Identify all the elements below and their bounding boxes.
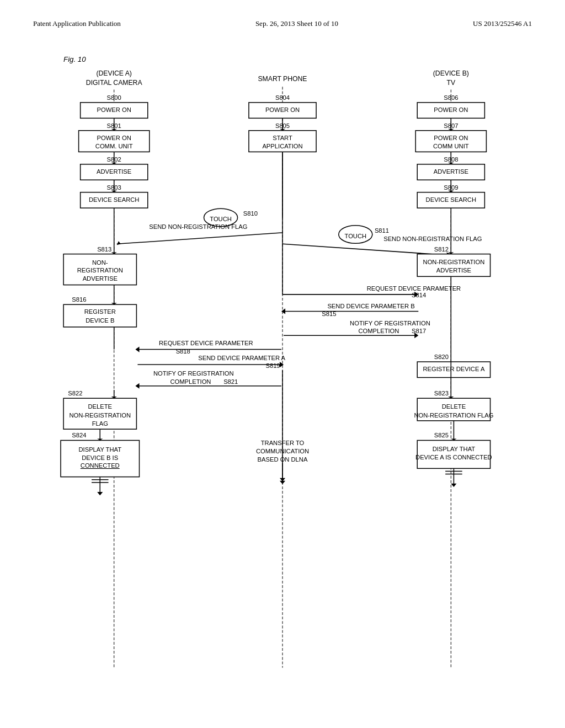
send-device-param-b-text: SEND DEVICE PARAMETER B — [327, 303, 414, 309]
header-left: Patent Application Publication — [33, 19, 121, 28]
s816-text2: DEVICE B — [86, 317, 114, 324]
device-a-name: DIGITAL CAMERA — [86, 79, 143, 87]
s813-text3: ADVERTISE — [83, 275, 118, 282]
notify-reg-s821-text1: NOTIFY OF REGISTRATION — [153, 370, 234, 377]
s818-label: S818 — [176, 348, 190, 355]
notify-reg-s821-text2: COMPLETION — [170, 378, 211, 385]
s817-label: S817 — [412, 328, 426, 334]
request-device-param-s814-text: REQUEST DEVICE PARAMETER — [367, 285, 461, 292]
device-a-label: (DEVICE A) — [96, 69, 131, 77]
s804-text: POWER ON — [265, 106, 300, 113]
s825-label: S825 — [434, 432, 449, 438]
s816-label: S816 — [72, 296, 86, 303]
s825-text2: DEVICE A IS CONNECTED — [415, 454, 492, 461]
arrowhead-smart-phone-end — [280, 481, 285, 484]
header-right: US 2013/252546 A1 — [473, 19, 532, 28]
s820-text: REGISTER DEVICE A — [423, 366, 484, 372]
s814-label: S814 — [412, 292, 426, 298]
figure-label: Fig. 10 — [63, 55, 86, 63]
s807-text2: COMM UNIT — [433, 143, 469, 149]
notify-reg-s817-text2: COMPLETION — [358, 328, 399, 334]
page-header: Patent Application Publication Sep. 26, … — [22, 11, 543, 34]
send-non-reg-flag-left-text: SEND NON-REGISTRATION FLAG — [149, 223, 247, 230]
send-device-param-a-text: SEND DEVICE PARAMETER A — [198, 355, 285, 361]
s823-text1: DELETE — [442, 403, 466, 410]
s800-label: S800 — [107, 94, 121, 101]
s811-step-label: S811 — [375, 227, 389, 234]
s823-text2: NON-REGISTRATION FLAG — [414, 412, 493, 419]
s813-text1: NON- — [92, 259, 108, 266]
page: Patent Application Publication Sep. 26, … — [0, 0, 565, 728]
s824-text1: DISPLAY THAT — [78, 446, 121, 453]
diagram-svg: Fig. 10 (DEVICE A) DIGITAL CAMERA SMART … — [22, 45, 543, 679]
s813-text2: REGISTRATION — [77, 267, 123, 274]
notify-reg-s817-text1: NOTIFY OF REGISTRATION — [350, 320, 430, 326]
s824-text3: CONNECTED — [81, 462, 120, 469]
arrowhead-send-dev-param-a — [280, 362, 284, 367]
diagram-area: Fig. 10 (DEVICE A) DIGITAL CAMERA SMART … — [22, 45, 543, 681]
s812-text2: ADVERTISE — [436, 267, 471, 274]
s821-label: S821 — [223, 378, 238, 385]
s824-text2: DEVICE B IS — [82, 454, 118, 461]
s810-step-label: S810 — [243, 210, 258, 217]
send-non-reg-flag-right-line — [282, 244, 448, 255]
arrowhead-send-dev-param-b — [281, 308, 285, 314]
s806-text: POWER ON — [434, 106, 468, 113]
s819-label: S819 — [265, 362, 280, 369]
send-non-reg-flag-left-line — [117, 233, 282, 244]
s822-text2: NON-REGISTRATION — [69, 412, 131, 419]
s820-label: S820 — [434, 354, 449, 360]
device-middle-name: SMART PHONE — [258, 75, 307, 83]
s801-text2: COMM. UNIT — [95, 143, 133, 149]
s823-label: S823 — [434, 390, 449, 397]
s810-touch-text: TOUCH — [210, 216, 232, 222]
s812-text1: NON-REGISTRATION — [423, 259, 485, 265]
arrowhead-req-dev-param-s818 — [135, 347, 139, 352]
s824-label: S824 — [72, 432, 86, 438]
s811-touch-text: TOUCH — [345, 233, 367, 239]
arrowhead-s824 — [97, 492, 103, 495]
s807-text1: POWER ON — [434, 135, 468, 141]
s822-text3: FLAG — [92, 420, 108, 427]
s801-text1: POWER ON — [97, 135, 131, 141]
s806-label: S806 — [444, 94, 458, 101]
s822-text1: DELETE — [88, 403, 112, 410]
s803-text: DEVICE SEARCH — [89, 196, 139, 203]
request-device-param-s818-text: REQUEST DEVICE PARAMETER — [159, 340, 253, 346]
s825-text1: DISPLAY THAT — [433, 446, 476, 452]
s800-text: POWER ON — [97, 106, 131, 113]
s804-label: S804 — [275, 94, 290, 101]
s812-label: S812 — [434, 246, 449, 253]
s822-label: S822 — [68, 390, 82, 397]
s805-text1: START — [273, 135, 292, 141]
arrowhead-send-non-reg-left — [117, 241, 121, 245]
s802-text: ADVERTISE — [97, 168, 131, 175]
s805-text2: APPLICATION — [262, 143, 302, 149]
s813-label: S813 — [97, 246, 111, 253]
device-b-label: (DEVICE B) — [433, 69, 469, 77]
s816-box — [63, 304, 136, 327]
s816-text1: REGISTER — [84, 308, 116, 315]
header-center: Sep. 26, 2013 Sheet 10 of 10 — [255, 19, 338, 28]
arrowhead-notify-reg-s821 — [135, 383, 139, 389]
arrowhead-s825 — [451, 484, 456, 487]
s808-text: ADVERTISE — [434, 168, 468, 175]
device-b-name: TV — [447, 79, 456, 87]
send-non-reg-flag-right-text: SEND NON-REGISTRATION FLAG — [383, 235, 482, 242]
s809-text: DEVICE SEARCH — [426, 196, 476, 203]
